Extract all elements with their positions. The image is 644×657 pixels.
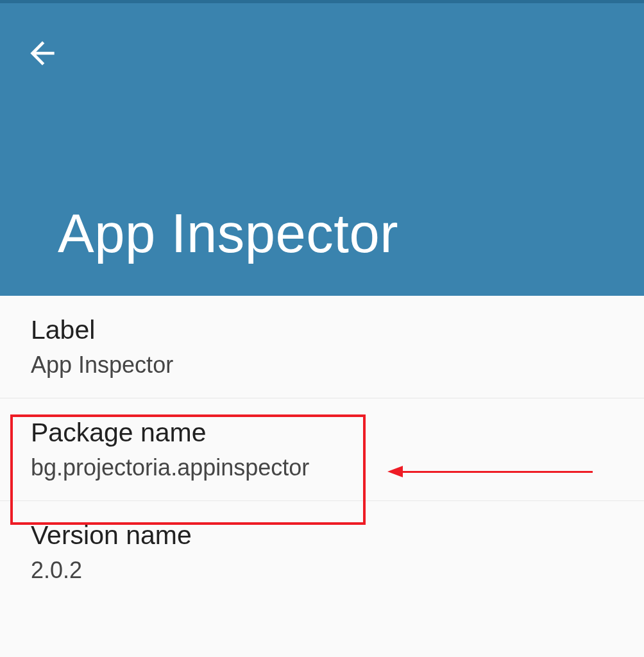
list-item-package-name[interactable]: Package name bg.projectoria.appinspector bbox=[0, 398, 644, 501]
item-title: Version name bbox=[31, 520, 613, 550]
item-value: App Inspector bbox=[31, 352, 613, 379]
details-list: Label App Inspector Package name bg.proj… bbox=[0, 296, 644, 603]
item-title: Label bbox=[31, 315, 613, 345]
item-value: 2.0.2 bbox=[31, 557, 613, 584]
arrow-back-icon bbox=[24, 35, 60, 71]
app-bar: App Inspector bbox=[0, 3, 644, 296]
list-item-label[interactable]: Label App Inspector bbox=[0, 296, 644, 398]
list-item-version-name[interactable]: Version name 2.0.2 bbox=[0, 501, 644, 603]
item-title: Package name bbox=[31, 418, 613, 448]
item-value: bg.projectoria.appinspector bbox=[31, 454, 613, 481]
back-button[interactable] bbox=[23, 34, 62, 73]
page-title: App Inspector bbox=[58, 202, 398, 265]
